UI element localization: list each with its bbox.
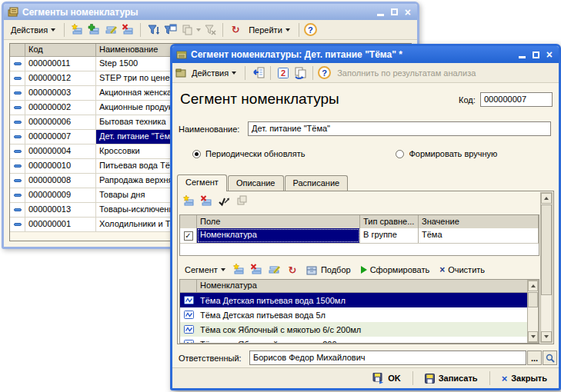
code-cell[interactable]: 000000013 xyxy=(25,203,96,217)
tab-schedule[interactable]: Расписание xyxy=(285,175,349,191)
scroll-thumb[interactable] xyxy=(541,204,552,295)
add-icon[interactable] xyxy=(69,22,85,38)
code-cell[interactable]: 000000004 xyxy=(25,145,96,158)
column-header-nomenclature[interactable]: Номенклатура xyxy=(197,280,539,292)
reread-icon[interactable] xyxy=(250,65,265,81)
go-menu-button[interactable]: Перейти xyxy=(245,24,294,36)
name-field[interactable]: Дет. питание "Тёма" xyxy=(248,121,551,136)
ok-button[interactable]: OK xyxy=(367,370,406,387)
nomenclature-cell[interactable]: Тёма Детская питьевая вода 5л xyxy=(197,311,539,320)
scroll-down-button[interactable] xyxy=(528,331,538,342)
checkbox-checked-icon[interactable]: ✓ xyxy=(184,231,193,241)
code-cell[interactable]: 000000010 xyxy=(25,159,96,173)
copy-arrows-icon[interactable] xyxy=(292,65,308,81)
save-button[interactable]: Записать xyxy=(419,371,483,386)
delete-icon[interactable] xyxy=(120,22,135,38)
nomenclature-rows: Тёма Детская питьевая вода 1500млТёма Де… xyxy=(180,293,539,344)
refresh-icon[interactable]: ↻ xyxy=(285,262,300,277)
add-copy-icon[interactable] xyxy=(86,22,102,38)
refresh-icon[interactable]: ↻ xyxy=(228,22,243,38)
ellipsis-button[interactable]: ... xyxy=(527,350,542,365)
nomenclature-header: Номенклатура xyxy=(180,280,539,293)
list-scrollbar[interactable] xyxy=(527,280,539,343)
column-header-value[interactable]: Значение xyxy=(419,215,539,228)
maximize-icon[interactable] xyxy=(391,8,398,15)
radio-manual-update[interactable]: Формировать вручную xyxy=(396,149,497,158)
responsible-field[interactable]: Борисов Федор Михайлович xyxy=(249,350,526,365)
maximize-icon[interactable] xyxy=(533,51,539,58)
help-button[interactable]: ? xyxy=(304,23,317,36)
code-cell[interactable]: 000000007 xyxy=(25,130,96,144)
list-item[interactable]: Тёма Детская питьевая вода 1500мл xyxy=(180,293,539,307)
generate-button[interactable]: Сформировать xyxy=(357,264,434,276)
segment-menu-button[interactable]: Сегмент xyxy=(181,264,229,276)
scroll-thumb[interactable] xyxy=(528,292,538,307)
help-button[interactable]: ? xyxy=(318,66,331,79)
edit-icon[interactable] xyxy=(103,22,119,38)
delete-row-icon[interactable] xyxy=(199,194,214,209)
row-icon-cell xyxy=(10,130,25,144)
segment-toolbar: Сегмент ↻ Подбор Сформировать ×Очистить xyxy=(181,262,489,277)
close-button[interactable]: × Закрыть xyxy=(496,370,553,387)
check-flags-icon[interactable] xyxy=(216,194,232,209)
filter-settings-icon[interactable] xyxy=(162,22,178,38)
sort-filter-icon[interactable] xyxy=(145,22,161,38)
clear-button[interactable]: ×Очистить xyxy=(436,263,489,277)
code-cell[interactable]: 000000002 xyxy=(25,101,96,115)
pick-button[interactable]: Подбор xyxy=(302,263,355,277)
tab-strip: Сегмент Описание Расписание xyxy=(177,174,348,191)
column-header-comparison[interactable]: Тип сравне... xyxy=(360,215,419,228)
code-cell[interactable]: 000000012 xyxy=(25,71,96,85)
code-field[interactable]: 000000007 xyxy=(480,92,553,107)
code-cell[interactable]: 000000003 xyxy=(25,86,96,100)
list-item[interactable]: Тёма сок Яблочный с мякотью 6/с 200мл xyxy=(180,322,539,337)
filter-comparison-cell[interactable]: В группе xyxy=(360,228,419,243)
radio-periodic-update[interactable]: Периодически обновлять xyxy=(192,149,305,158)
minimize-icon[interactable] xyxy=(377,14,384,16)
page-title: Сегмент номенклатуры xyxy=(180,91,339,108)
scroll-down-button[interactable] xyxy=(541,331,552,342)
actions-menu-button[interactable]: Действия xyxy=(188,67,240,79)
code-cell[interactable]: 000000009 xyxy=(25,188,96,202)
filter-row-checkbox-cell[interactable]: ✓ xyxy=(180,228,197,243)
filter-table-empty-area[interactable] xyxy=(180,243,539,255)
minimize-icon[interactable] xyxy=(519,56,526,58)
add-item-icon[interactable] xyxy=(232,262,247,277)
list-item[interactable]: Тёма Детская питьевая вода 5л xyxy=(180,307,539,322)
code-cell[interactable]: 000000001 xyxy=(25,218,96,231)
segment-item-icon xyxy=(14,121,22,124)
number-window-icon[interactable]: 2 xyxy=(275,65,291,81)
filter-row[interactable]: ✓ Номенклатура В группе Тёма xyxy=(180,228,539,243)
titlebar-segments-list[interactable]: Сегменты номенклатуры × xyxy=(4,4,417,20)
code-cell[interactable]: 000000011 xyxy=(25,57,96,71)
filter-field-cell[interactable]: Номенклатура xyxy=(197,228,360,243)
tab-description[interactable]: Описание xyxy=(228,175,284,191)
nomenclature-cell[interactable]: Тёма сок Яблочный с мякотью 200мл xyxy=(197,340,539,344)
column-header-icon[interactable] xyxy=(180,280,197,292)
nomenclature-cell[interactable]: Тёма Детская питьевая вода 1500мл xyxy=(197,296,539,305)
filter-value-cell[interactable]: Тёма xyxy=(419,228,539,243)
scroll-up-button[interactable] xyxy=(541,193,552,204)
search-button[interactable] xyxy=(543,350,557,365)
segment-item-icon xyxy=(14,135,22,138)
add-row-icon[interactable] xyxy=(181,194,196,209)
edit-item-icon[interactable] xyxy=(267,262,282,277)
chevron-down-icon xyxy=(221,268,225,271)
list-item[interactable]: Тёма сок Яблочный с мякотью 200мл xyxy=(180,337,539,344)
nomenclature-cell[interactable]: Тёма сок Яблочный с мякотью 6/с 200мл xyxy=(197,325,539,334)
close-icon[interactable]: × xyxy=(405,7,411,18)
column-header-field[interactable]: Поле xyxy=(197,215,360,228)
close-icon[interactable]: × xyxy=(546,49,553,60)
code-cell[interactable]: 000000008 xyxy=(25,174,96,188)
column-header-icon[interactable] xyxy=(10,44,25,56)
delete-item-icon[interactable] xyxy=(249,262,265,277)
column-header-code[interactable]: Код xyxy=(25,44,96,56)
scroll-up-button[interactable] xyxy=(528,281,538,291)
code-cell[interactable]: 000000006 xyxy=(25,115,96,129)
footer-bar: OK Записать × Закрыть xyxy=(172,367,559,388)
tab-segment[interactable]: Сегмент xyxy=(177,174,227,191)
column-header-check[interactable] xyxy=(180,215,197,228)
actions-menu-button[interactable]: Действия xyxy=(7,24,59,36)
titlebar-segment-form[interactable]: Сегмент номенклатуры: Дет. питание "Тёма… xyxy=(172,46,559,63)
panel-scrollbar[interactable] xyxy=(540,192,553,343)
